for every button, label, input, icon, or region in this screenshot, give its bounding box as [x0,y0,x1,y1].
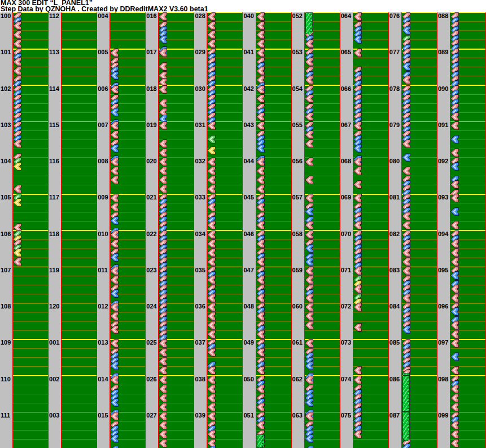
note-left-arrow-pink-4th-note[interactable] [256,67,265,75]
note-left-arrow-pink-4th-note[interactable] [207,31,216,39]
note-left-arrow-pink-4th-note[interactable] [159,339,168,347]
measure-column[interactable] [256,12,292,448]
note-left-arrow-pink-4th-note[interactable] [159,176,168,184]
note-left-arrow-blue-8th-note[interactable] [450,353,459,361]
note-left-arrow-green-12th-note[interactable] [207,135,216,143]
note-left-arrow-pink-4th-note[interactable] [305,76,314,84]
note-left-arrow-pink-4th-note[interactable] [450,221,459,229]
note-left-arrow-yellow-16th-note[interactable] [13,249,22,257]
note-left-arrow-pink-4th-note[interactable] [353,158,362,166]
note-left-arrow-blue-8th-note[interactable] [402,443,411,448]
note-left-arrow-pink-4th-note[interactable] [159,376,168,384]
note-left-arrow-pink-4th-note[interactable] [207,185,216,193]
note-left-arrow-pink-4th-note[interactable] [305,40,314,48]
note-left-arrow-pink-4th-note[interactable] [450,439,459,447]
note-left-arrow-pink-4th-note[interactable] [450,112,459,121]
note-left-arrow-pink-4th-note[interactable] [207,303,216,311]
note-left-arrow-blue-8th-note[interactable] [110,398,119,407]
note-left-arrow-pink-4th-note[interactable] [207,430,216,438]
note-left-arrow-pink-4th-note[interactable] [13,31,22,39]
note-left-arrow-pink-4th-note[interactable] [450,240,459,248]
note-left-arrow-pink-4th-note[interactable] [207,276,216,284]
measure-column[interactable] [12,12,49,448]
note-left-arrow-pink-4th-note[interactable] [159,430,168,438]
note-left-arrow-pink-4th-note[interactable] [110,158,119,166]
note-left-arrow-pink-4th-note[interactable] [256,40,265,48]
note-left-arrow-pink-4th-note[interactable] [256,366,265,375]
note-left-arrow-blue-8th-note[interactable] [110,216,119,225]
note-left-arrow-pink-4th-note[interactable] [305,312,314,320]
note-left-arrow-pink-4th-note[interactable] [207,412,216,420]
note-left-arrow-blue-8th-note[interactable] [450,135,459,143]
note-left-arrow-pink-4th-note[interactable] [305,140,314,148]
freeze-hold-body[interactable] [305,12,313,35]
note-left-arrow-yellow-16th-note[interactable] [13,162,22,171]
note-left-arrow-pink-4th-note[interactable] [207,21,216,30]
freeze-hold-body[interactable] [402,376,410,412]
note-left-arrow-pink-4th-note[interactable] [305,176,314,184]
note-left-arrow-pink-4th-note[interactable] [256,403,265,411]
note-left-arrow-pink-4th-note[interactable] [207,385,216,393]
note-left-arrow-pink-4th-note[interactable] [110,303,119,311]
note-left-arrow-pink-4th-note[interactable] [207,40,216,48]
note-left-arrow-pink-4th-note[interactable] [256,421,265,429]
note-left-arrow-pink-4th-note[interactable] [207,294,216,302]
note-left-arrow-pink-4th-note[interactable] [159,366,168,375]
note-left-arrow-pink-4th-note[interactable] [402,249,411,257]
measure-column[interactable] [450,12,486,448]
note-left-arrow-blue-8th-note[interactable] [110,446,119,448]
measure-column[interactable] [401,12,437,448]
note-left-arrow-pink-4th-note[interactable] [450,194,459,202]
note-left-arrow-pink-4th-note[interactable] [13,21,22,30]
note-left-arrow-pink-4th-note[interactable] [159,348,168,356]
note-left-arrow-pink-4th-note[interactable] [159,85,168,94]
note-left-arrow-blue-8th-note[interactable] [305,434,314,443]
measure-column[interactable] [353,12,389,448]
note-left-arrow-blue-8th-note[interactable] [402,325,411,334]
note-left-arrow-pink-4th-note[interactable] [305,112,314,121]
note-left-arrow-pink-4th-note[interactable] [207,403,216,411]
note-left-arrow-pink-4th-note[interactable] [256,49,265,57]
note-left-arrow-pink-4th-note[interactable] [256,294,265,302]
note-left-arrow-pink-4th-note[interactable] [207,176,216,184]
note-left-arrow-pink-4th-note[interactable] [159,99,168,107]
note-left-arrow-pink-4th-note[interactable] [110,312,119,320]
note-left-arrow-pink-4th-note[interactable] [207,167,216,175]
note-left-arrow-pink-4th-note[interactable] [256,121,265,130]
note-left-arrow-pink-4th-note[interactable] [159,12,168,21]
note-left-arrow-pink-4th-note[interactable] [207,249,216,257]
note-left-arrow-pink-4th-note[interactable] [450,394,459,402]
note-left-arrow-pink-4th-note[interactable] [353,49,362,57]
note-left-arrow-pink-4th-note[interactable] [256,176,265,184]
note-left-arrow-pink-4th-note[interactable] [159,149,168,157]
note-left-arrow-pink-4th-note[interactable] [402,167,411,175]
note-left-arrow-pink-4th-note[interactable] [450,285,459,293]
note-left-arrow-pink-4th-note[interactable] [256,348,265,356]
note-left-arrow-blue-8th-note[interactable] [450,207,459,216]
note-left-arrow-pink-4th-note[interactable] [353,285,362,293]
note-left-arrow-pink-4th-note[interactable] [159,403,168,411]
note-left-arrow-pink-4th-note[interactable] [256,94,265,103]
note-left-arrow-pink-4th-note[interactable] [450,249,459,257]
note-left-arrow-pink-4th-note[interactable] [207,230,216,239]
note-left-arrow-blue-8th-note[interactable] [305,244,314,253]
note-left-arrow-pink-4th-note[interactable] [353,221,362,229]
note-left-arrow-pink-4th-note[interactable] [159,49,168,57]
note-left-arrow-blue-8th-note[interactable] [110,71,119,80]
note-left-arrow-pink-4th-note[interactable] [305,412,314,420]
note-left-arrow-pink-4th-note[interactable] [256,12,265,21]
measure-column[interactable] [110,12,146,448]
note-left-arrow-pink-4th-note[interactable] [159,439,168,447]
note-left-arrow-blue-8th-note[interactable] [450,307,459,316]
note-left-arrow-pink-4th-note[interactable] [305,376,314,384]
note-left-arrow-blue-8th-note[interactable] [450,271,459,280]
note-left-arrow-pink-4th-note[interactable] [256,158,265,166]
note-left-arrow-pink-4th-note[interactable] [402,267,411,275]
note-left-arrow-pink-4th-note[interactable] [159,140,168,148]
note-left-arrow-pink-4th-note[interactable] [207,12,216,21]
note-left-arrow-pink-4th-note[interactable] [110,230,119,239]
note-left-arrow-pink-4th-note[interactable] [110,412,119,420]
note-left-arrow-pink-4th-note[interactable] [207,376,216,384]
note-left-arrow-blue-8th-note[interactable] [110,434,119,443]
note-left-arrow-pink-4th-note[interactable] [450,180,459,189]
